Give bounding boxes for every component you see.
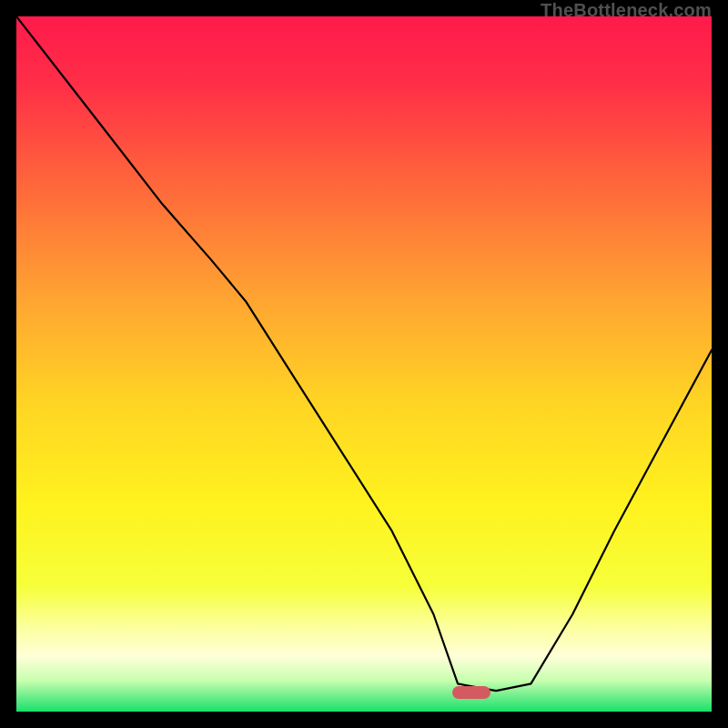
gradient-background xyxy=(16,16,712,712)
svg-rect-0 xyxy=(16,16,712,712)
watermark-text: TheBottleneck.com xyxy=(541,0,712,21)
optimal-marker xyxy=(452,686,490,699)
chart-area xyxy=(16,16,712,712)
